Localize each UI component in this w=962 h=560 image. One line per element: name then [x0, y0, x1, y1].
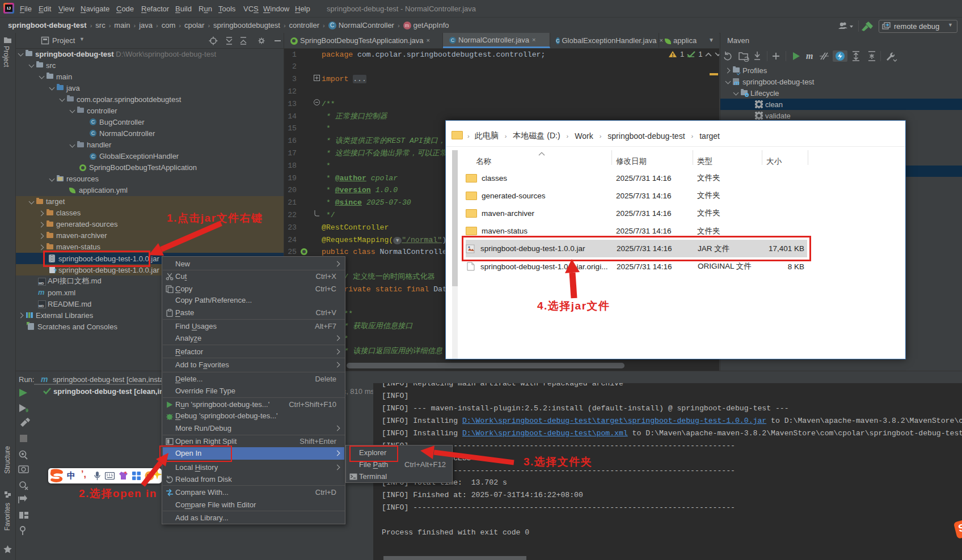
svg-text:9: 9: [26, 408, 28, 413]
svg-text:m: m: [806, 51, 813, 61]
